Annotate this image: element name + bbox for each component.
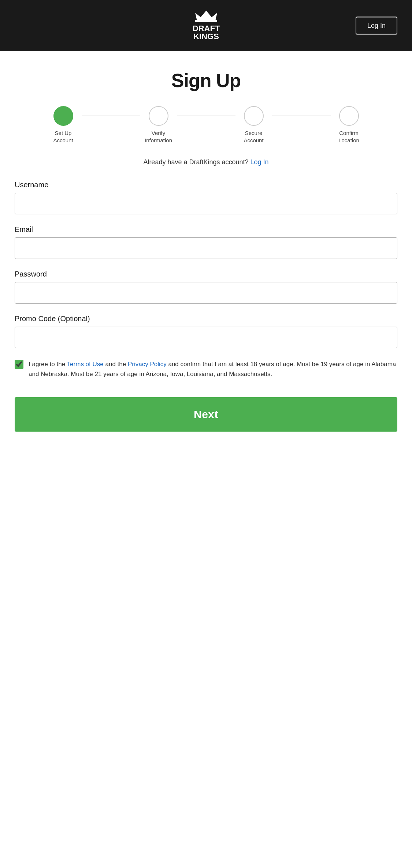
progress-steps: Set Up Account Verify Information Secure…: [15, 106, 397, 144]
next-button[interactable]: Next: [15, 397, 397, 432]
svg-rect-1: [195, 20, 217, 22]
terms-of-use-link[interactable]: Terms of Use: [67, 361, 104, 368]
page-title: Sign Up: [15, 69, 397, 91]
password-input[interactable]: [15, 282, 397, 304]
username-label: Username: [15, 181, 397, 189]
step-set-up-account: Set Up Account: [45, 106, 82, 144]
step-connector-1: [82, 116, 140, 116]
step-verify-information: Verify Information: [140, 106, 177, 144]
logo: DRAFT KINGS: [177, 9, 235, 42]
step-confirm-location: Confirm Location: [331, 106, 367, 144]
step-label-4: Confirm Location: [331, 129, 367, 144]
email-group: Email: [15, 225, 397, 259]
promo-input[interactable]: [15, 327, 397, 348]
header-login-button[interactable]: Log In: [356, 17, 397, 35]
terms-text-before: I agree to the: [29, 361, 67, 368]
step-label-1: Set Up Account: [45, 129, 82, 144]
already-account-text: Already have a DraftKings account? Log I…: [15, 158, 397, 166]
step-circle-2: [149, 106, 168, 126]
step-connector-3: [272, 116, 331, 116]
promo-label: Promo Code (Optional): [15, 315, 397, 323]
main-content: Sign Up Set Up Account Verify Informatio…: [0, 51, 412, 446]
draftkings-logo: DRAFT KINGS: [177, 9, 235, 42]
email-input[interactable]: [15, 237, 397, 259]
password-group: Password: [15, 270, 397, 304]
step-connector-2: [177, 116, 235, 116]
step-circle-1: [53, 106, 73, 126]
step-label-2: Verify Information: [140, 129, 177, 144]
already-account-login-link[interactable]: Log In: [250, 158, 269, 166]
password-label: Password: [15, 270, 397, 278]
terms-text-middle: and the: [104, 361, 128, 368]
username-group: Username: [15, 181, 397, 214]
step-secure-account: Secure Account: [235, 106, 272, 144]
header: DRAFT KINGS Log In: [0, 0, 412, 51]
privacy-policy-link[interactable]: Privacy Policy: [128, 361, 167, 368]
username-input[interactable]: [15, 193, 397, 214]
step-circle-3: [244, 106, 264, 126]
terms-checkbox[interactable]: [15, 360, 23, 369]
terms-container: I agree to the Terms of Use and the Priv…: [15, 359, 397, 379]
terms-text[interactable]: I agree to the Terms of Use and the Priv…: [29, 359, 397, 379]
svg-marker-0: [195, 11, 217, 21]
step-circle-4: [339, 106, 359, 126]
step-label-3: Secure Account: [235, 129, 272, 144]
promo-group: Promo Code (Optional): [15, 315, 397, 348]
svg-text:KINGS: KINGS: [193, 32, 219, 41]
signup-form: Username Email Password Promo Code (Opti…: [15, 181, 397, 432]
email-label: Email: [15, 225, 397, 234]
